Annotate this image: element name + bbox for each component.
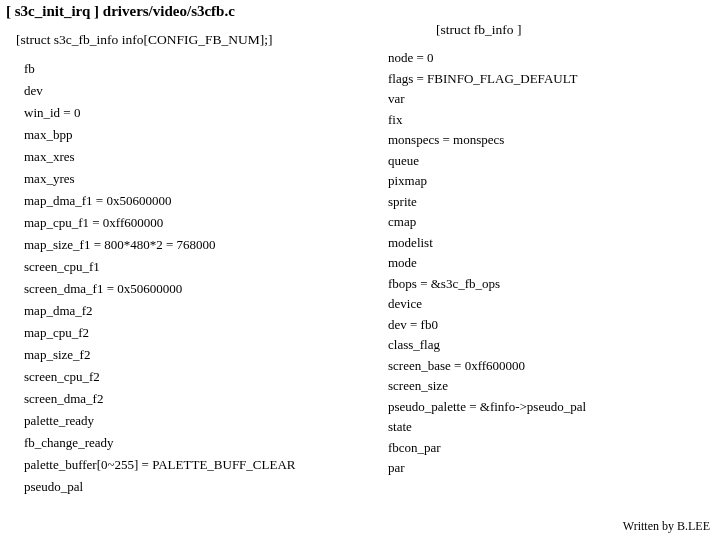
right-field: dev = fb0	[380, 315, 700, 336]
right-field: screen_size	[380, 376, 700, 397]
left-field: win_id = 0	[16, 102, 346, 124]
left-field: pseudo_pal	[16, 476, 346, 498]
left-field: palette_buffer[0~255] = PALETTE_BUFF_CLE…	[16, 454, 346, 476]
right-field: monspecs = monspecs	[380, 130, 700, 151]
right-field: fbops = &s3c_fb_ops	[380, 274, 700, 295]
left-field: max_bpp	[16, 124, 346, 146]
right-fields: node = 0flags = FBINFO_FLAG_DEFAULTvarfi…	[380, 48, 700, 479]
left-fields: fbdevwin_id = 0max_bppmax_xresmax_yresma…	[16, 58, 346, 498]
left-field: map_dma_f1 = 0x50600000	[16, 190, 346, 212]
right-field: state	[380, 417, 700, 438]
right-field: node = 0	[380, 48, 700, 69]
right-field: device	[380, 294, 700, 315]
right-field: modelist	[380, 233, 700, 254]
left-field: dev	[16, 80, 346, 102]
right-field: mode	[380, 253, 700, 274]
left-field: palette_ready	[16, 410, 346, 432]
left-field: screen_dma_f1 = 0x50600000	[16, 278, 346, 300]
left-field: map_dma_f2	[16, 300, 346, 322]
right-column: [struct fb_info ] node = 0flags = FBINFO…	[380, 18, 700, 479]
right-struct-header: [struct fb_info ]	[436, 22, 700, 38]
left-field: map_size_f2	[16, 344, 346, 366]
left-field: map_cpu_f1 = 0xff600000	[16, 212, 346, 234]
right-field: cmap	[380, 212, 700, 233]
right-field: screen_base = 0xff600000	[380, 356, 700, 377]
left-field: max_xres	[16, 146, 346, 168]
left-field: map_size_f1 = 800*480*2 = 768000	[16, 234, 346, 256]
left-field: fb_change_ready	[16, 432, 346, 454]
right-field: pixmap	[380, 171, 700, 192]
right-field: fbcon_par	[380, 438, 700, 459]
right-field: var	[380, 89, 700, 110]
footer-credit: Written by B.LEE	[623, 519, 710, 534]
right-field: pseudo_palette = &finfo->pseudo_pal	[380, 397, 700, 418]
right-field: fix	[380, 110, 700, 131]
left-struct-header: [struct s3c_fb_info info[CONFIG_FB_NUM];…	[16, 32, 346, 48]
right-field: sprite	[380, 192, 700, 213]
right-field: queue	[380, 151, 700, 172]
page-title: [ s3c_init_irq ] drivers/video/s3cfb.c	[6, 3, 235, 20]
left-field: screen_dma_f2	[16, 388, 346, 410]
right-field: flags = FBINFO_FLAG_DEFAULT	[380, 69, 700, 90]
left-field: screen_cpu_f2	[16, 366, 346, 388]
right-field: par	[380, 458, 700, 479]
left-field: max_yres	[16, 168, 346, 190]
right-field: class_flag	[380, 335, 700, 356]
left-field: fb	[16, 58, 346, 80]
left-column: [struct s3c_fb_info info[CONFIG_FB_NUM];…	[16, 28, 346, 498]
left-field: map_cpu_f2	[16, 322, 346, 344]
left-field: screen_cpu_f1	[16, 256, 346, 278]
